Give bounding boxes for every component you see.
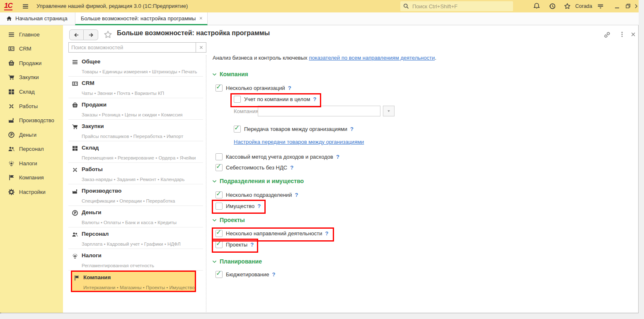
group-planirovanie[interactable]: Планирование <box>212 258 262 265</box>
features-search-input[interactable] <box>69 44 196 51</box>
sidebar: Главное CRM Продажи Закупки Склад Работы… <box>0 25 63 313</box>
cart-icon <box>8 74 15 81</box>
checkbox[interactable]: ✓ <box>215 230 223 237</box>
help-link[interactable]: ? <box>295 192 298 198</box>
global-search-input[interactable] <box>412 3 513 10</box>
menu-icon <box>8 31 15 38</box>
sidebar-item-zakupki[interactable]: Закупки <box>0 71 63 83</box>
sidebar-item-dengi[interactable]: Деньги <box>0 128 63 141</box>
eagle-icon <box>8 160 15 167</box>
section-personal[interactable]: ПерсоналЗарплата • Кадровый учет • Графи… <box>68 227 206 249</box>
cart-icon <box>72 123 78 130</box>
section-raboty[interactable]: РаботыЗаказ-наряды • Задания • Ремонт • … <box>68 163 206 184</box>
basket-icon <box>72 102 78 109</box>
checkbox[interactable] <box>215 153 223 160</box>
sidebar-item-nalogi[interactable]: Налоги <box>0 157 63 169</box>
tab-more-features[interactable]: Больше возможностей: настройка программы <box>75 12 208 25</box>
company-combobox[interactable] <box>258 106 380 116</box>
page-title: Больше возможностей: настройка программы <box>117 29 270 37</box>
section-crm[interactable]: CRMЧаты • Звонки • Почта • Варианты КП <box>68 77 206 98</box>
basket-icon <box>8 60 15 67</box>
form-close-icon[interactable] <box>630 31 636 37</box>
checkbox[interactable]: ✓ <box>215 85 223 92</box>
people-icon <box>72 231 78 238</box>
sidebar-item-kompaniya[interactable]: Компания <box>0 171 63 184</box>
section-proizvodstvo[interactable]: ПроизводствоСпецификации • Операции • Пе… <box>68 184 206 206</box>
company-field-label: Компания: <box>234 108 260 114</box>
help-link[interactable]: ? <box>290 164 293 171</box>
overflow-chevron-icon[interactable] <box>633 2 639 10</box>
section-prodazhi[interactable]: ПродажиЗаказы • Розница • Цены и скидки … <box>68 98 206 120</box>
section-nalogi[interactable]: НалогиРегламентированная отчетность <box>68 249 206 271</box>
intro-text: Анализ бизнеса и контроль ключевых показ… <box>213 55 594 61</box>
section-obshchee[interactable]: ОбщееТовары • Единицы измерения • Штрихк… <box>68 55 206 77</box>
checkbox[interactable] <box>215 203 223 210</box>
transfer-settings-link[interactable]: Настройка передачи товаров между организ… <box>234 139 364 145</box>
user-name[interactable]: Corada <box>575 0 592 12</box>
sidebar-item-sklad[interactable]: Склад <box>0 85 63 98</box>
restore-button[interactable] <box>625 3 631 9</box>
company-dropdown-button[interactable] <box>383 106 395 116</box>
sidebar-item-glavnoe[interactable]: Главное <box>0 28 63 41</box>
forward-button[interactable] <box>84 29 98 40</box>
group-kompaniya[interactable]: Компания <box>212 71 248 77</box>
outer-vertical-scrollbar[interactable] <box>639 0 644 319</box>
setting-imushchestvo: Имущество? <box>215 201 261 211</box>
help-link[interactable]: ? <box>313 96 316 102</box>
features-search[interactable] <box>68 42 196 53</box>
help-link[interactable]: ? <box>257 203 261 209</box>
help-link[interactable]: ? <box>272 271 275 278</box>
checkbox[interactable]: ✓ <box>215 271 223 278</box>
close-icon <box>199 45 203 50</box>
setting-byudzhetirovanie: ✓Бюджетирование? <box>215 269 275 280</box>
ruble-icon <box>8 131 15 138</box>
back-button[interactable] <box>69 29 84 40</box>
section-dengi[interactable]: ДеньгиВалюты • Оплаты • Банк и касса • К… <box>68 206 206 227</box>
help-link[interactable]: ? <box>288 85 291 91</box>
history-icon[interactable] <box>549 2 556 10</box>
main-menu-icon[interactable] <box>22 3 29 10</box>
checkbox[interactable]: ✓ <box>215 241 223 248</box>
sidebar-item-personal[interactable]: Персонал <box>0 143 63 155</box>
help-link[interactable]: ? <box>336 154 339 160</box>
notifications-icon[interactable] <box>533 2 540 10</box>
checkbox[interactable] <box>234 96 241 103</box>
service-menu-icon[interactable] <box>597 2 604 10</box>
group-podrazdeleniya[interactable]: Подразделения и имущество <box>212 178 304 184</box>
sidebar-item-prodazhi[interactable]: Продажи <box>0 57 63 69</box>
setting-sebestoimost: ✓Себестоимость без НДС? <box>215 162 293 173</box>
sidebar-item-crm[interactable]: CRM <box>0 42 63 55</box>
more-menu-icon[interactable] <box>619 31 625 38</box>
get-link-icon[interactable] <box>603 31 611 39</box>
tab-home[interactable]: Начальная страница <box>15 12 68 25</box>
help-link[interactable]: ? <box>325 230 329 237</box>
tab-close-icon[interactable] <box>199 16 203 21</box>
help-link[interactable]: ? <box>350 126 353 132</box>
global-search[interactable] <box>400 1 513 11</box>
checkbox[interactable]: ✓ <box>234 126 241 133</box>
setting-neskolko-podrazdeleniy: ✓Несколько подразделений? <box>215 189 298 200</box>
checkbox[interactable]: ✓ <box>215 191 223 198</box>
search-clear-button[interactable] <box>196 42 206 53</box>
outer-horizontal-scrollbar[interactable] <box>0 313 639 319</box>
sidebar-item-proizvodstvo[interactable]: Производство <box>0 114 63 126</box>
favorite-star-icon[interactable] <box>103 30 113 39</box>
group-proekty[interactable]: Проекты <box>212 217 245 223</box>
checkbox[interactable]: ✓ <box>215 164 223 171</box>
setting-neskolko-napravleniy: ✓Несколько направлений деятельности? <box>215 228 328 239</box>
chevron-down-icon <box>212 179 217 184</box>
sidebar-item-nastroyki[interactable]: Настройки <box>0 186 63 198</box>
menu-icon <box>72 59 78 65</box>
favorites-icon[interactable] <box>564 2 571 10</box>
kpi-link[interactable]: показателей по всем направлениям деятель… <box>309 55 435 61</box>
caret-down-icon <box>387 109 391 113</box>
help-link[interactable]: ? <box>250 242 254 248</box>
tab-label: Больше возможностей: настройка программы <box>81 15 196 22</box>
setting-neskolko-organizatsiy: ✓Несколько организаций? <box>215 82 291 93</box>
minimize-button[interactable] <box>614 2 620 10</box>
section-zakupki[interactable]: ЗакупкиПрайсы поставщиков • Переработка … <box>68 120 206 141</box>
section-kompaniya-selected[interactable]: КомпанияИнтеркампани • Магазины • Проект… <box>71 271 196 292</box>
section-sklad[interactable]: СкладПеремещения • Резервирование • Орде… <box>68 141 206 163</box>
home-icon[interactable] <box>6 15 12 22</box>
sidebar-item-raboty[interactable]: Работы <box>0 100 63 112</box>
